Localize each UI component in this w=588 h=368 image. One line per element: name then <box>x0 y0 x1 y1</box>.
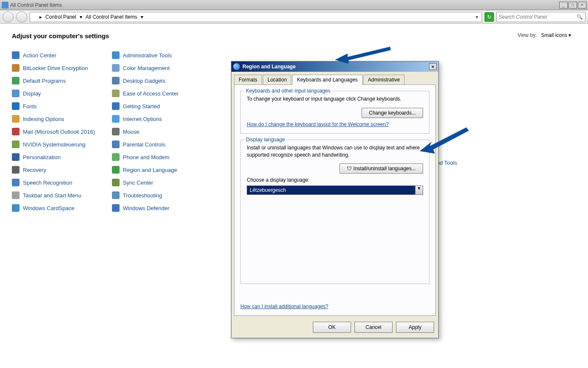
cp-item-icon <box>112 102 120 110</box>
cp-item[interactable]: Getting Started <box>112 102 179 110</box>
tab-administrative[interactable]: Administrative <box>363 75 404 85</box>
cp-item[interactable]: Mouse <box>112 128 179 135</box>
cp-item[interactable]: Windows CardSpace <box>12 204 95 212</box>
cp-item[interactable]: Ease of Access Center <box>112 90 179 97</box>
dialog-tabs: FormatsLocationKeyboards and LanguagesAd… <box>231 72 438 84</box>
cp-item-icon <box>112 191 120 199</box>
tab-formats[interactable]: Formats <box>234 75 262 85</box>
search-box[interactable]: 🔍 <box>496 12 585 22</box>
cp-item-icon <box>112 64 120 72</box>
cp-item[interactable]: Recovery <box>12 166 95 174</box>
cp-item-icon <box>112 128 120 135</box>
cp-item-label: BitLocker Drive Encryption <box>23 65 88 71</box>
view-by-value[interactable]: Small icons ▾ <box>541 32 571 38</box>
keyboards-group: Keyboards and other input languages To c… <box>240 91 429 134</box>
display-language-combo[interactable]: Lëtzebuergesch ▼ <box>247 185 423 195</box>
cp-item[interactable]: Display <box>12 90 95 97</box>
cp-item[interactable]: Fonts <box>12 102 95 110</box>
cp-item-icon <box>12 64 20 72</box>
maximize-button[interactable]: □ <box>568 2 577 8</box>
view-by-label: View by: <box>518 32 537 38</box>
cp-item[interactable]: Color Management <box>112 64 179 72</box>
cp-item-label: NVIDIA Systemsteuerung <box>23 141 85 148</box>
cp-item-label: Phone and Modem <box>123 154 170 160</box>
cp-item[interactable]: Speech Recognition <box>12 179 95 186</box>
change-keyboards-button[interactable]: Change keyboards... <box>362 108 423 118</box>
display-language-legend: Display language <box>244 137 287 143</box>
cp-item-label: Recovery <box>23 167 46 173</box>
cp-item[interactable]: Region and Language <box>112 166 179 174</box>
chevron-down-icon[interactable]: ▾ <box>80 14 82 20</box>
cp-item[interactable]: Mail (Microsoft Outlook 2016) <box>12 128 95 135</box>
cp-item-icon <box>112 115 120 123</box>
cp-item-icon <box>12 140 20 148</box>
grid-column-1: Action CenterBitLocker Drive EncryptionD… <box>12 51 95 212</box>
combo-dropdown-button[interactable]: ▼ <box>415 185 423 195</box>
cp-item[interactable]: Desktop Gadgets <box>112 77 179 84</box>
address-icon <box>32 14 38 20</box>
cp-item-icon <box>112 90 120 97</box>
cp-item[interactable]: Parental Controls <box>112 140 179 148</box>
cp-item-icon <box>112 51 120 59</box>
tab-keyboards-and-languages[interactable]: Keyboards and Languages <box>292 75 362 85</box>
cp-item-label: Default Programs <box>23 78 66 84</box>
search-input[interactable] <box>499 14 576 20</box>
control-panel-icon <box>2 2 8 8</box>
cp-item-label: Getting Started <box>123 103 160 110</box>
cp-item-label: Color Management <box>123 65 170 71</box>
toolbar: ▸ Control Panel ▾ All Control Panel Item… <box>0 10 588 24</box>
cp-item-label: Sync Center <box>123 180 153 186</box>
partially-hidden-item[interactable]: nd Tools <box>437 160 457 166</box>
cp-item-icon <box>112 179 120 186</box>
address-dropdown[interactable]: ▾ <box>474 14 480 20</box>
ok-button[interactable]: OK <box>313 322 351 333</box>
address-bar[interactable]: ▸ Control Panel ▾ All Control Panel Item… <box>30 12 482 22</box>
apply-button[interactable]: Apply <box>396 322 434 333</box>
cp-item-label: Windows CardSpace <box>23 205 74 211</box>
cp-item[interactable]: NVIDIA Systemsteuerung <box>12 140 95 148</box>
welcome-screen-link[interactable]: How do I change the keyboard layout for … <box>247 121 389 127</box>
content-area: Adjust your computer's settings View by:… <box>0 24 588 368</box>
search-icon[interactable]: 🔍 <box>576 13 583 21</box>
cp-item[interactable]: Phone and Modem <box>112 153 179 161</box>
cp-item-icon <box>12 166 20 174</box>
refresh-button[interactable]: ↻ <box>485 12 494 22</box>
tab-location[interactable]: Location <box>263 75 291 85</box>
cp-item-label: Speech Recognition <box>23 180 72 186</box>
cp-item[interactable]: Indexing Options <box>12 115 95 123</box>
breadcrumb-root[interactable]: Control Panel <box>44 13 78 21</box>
cp-item-label: Ease of Access Center <box>123 90 179 97</box>
cp-item-label: Internet Options <box>123 116 162 122</box>
grid-column-2: Administrative ToolsColor ManagementDesk… <box>112 51 179 212</box>
cp-item[interactable]: Windows Defender <box>112 204 179 212</box>
dialog-close-button[interactable]: × <box>429 63 437 70</box>
cp-item-icon <box>12 153 20 161</box>
cp-item[interactable]: Action Center <box>12 51 95 59</box>
cp-item[interactable]: Troubleshooting <box>112 191 179 199</box>
cp-item[interactable]: Personalization <box>12 153 95 161</box>
cp-item-label: Display <box>23 90 41 97</box>
cp-item-label: Parental Controls <box>123 141 165 148</box>
cp-item-icon <box>12 128 20 135</box>
display-language-group: Display language Install or uninstall la… <box>240 140 429 284</box>
chevron-down-icon[interactable]: ▾ <box>141 14 143 20</box>
install-additional-link[interactable]: How can I install additional languages? <box>240 303 328 309</box>
cp-item-icon <box>12 90 20 97</box>
install-uninstall-button[interactable]: 🛡 Install/uninstall languages... <box>340 163 423 174</box>
back-button[interactable] <box>3 11 14 22</box>
cp-item[interactable]: Administrative Tools <box>112 51 179 59</box>
close-button[interactable]: × <box>578 2 586 8</box>
cancel-button[interactable]: Cancel <box>354 322 393 333</box>
cp-item[interactable]: BitLocker Drive Encryption <box>12 64 95 72</box>
cp-item-icon <box>112 153 120 161</box>
dialog-titlebar[interactable]: Region and Language × <box>231 62 438 72</box>
cp-item[interactable]: Internet Options <box>112 115 179 123</box>
cp-item[interactable]: Taskbar and Start Menu <box>12 191 95 199</box>
keyboards-desc: To change your keyboard or input languag… <box>247 96 423 103</box>
breadcrumb-current[interactable]: All Control Panel Items <box>84 13 139 21</box>
forward-button[interactable] <box>16 11 27 22</box>
globe-icon <box>233 63 240 70</box>
minimize-button[interactable]: _ <box>559 2 568 8</box>
cp-item[interactable]: Sync Center <box>112 179 179 186</box>
cp-item[interactable]: Default Programs <box>12 77 95 84</box>
